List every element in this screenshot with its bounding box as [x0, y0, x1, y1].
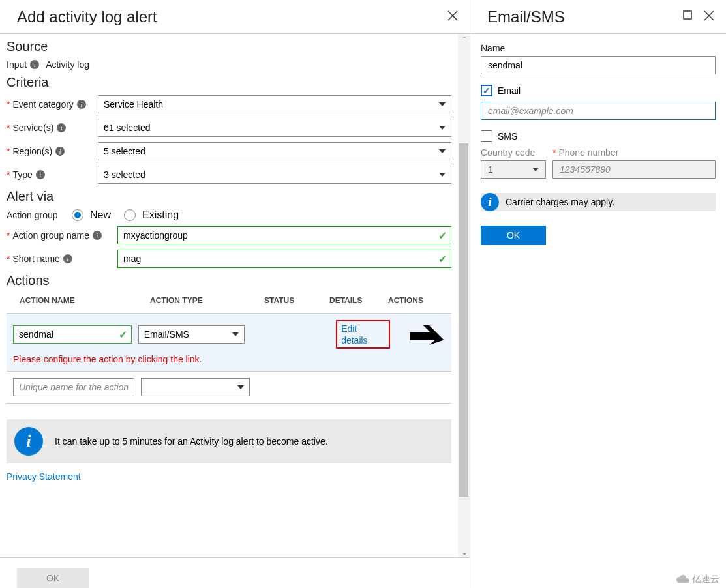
event-category-dropdown[interactable]: Service Health — [98, 95, 451, 113]
right-header: Email/SMS — [470, 0, 726, 34]
edit-details-link[interactable]: Edit details — [341, 323, 367, 345]
name-label: Name — [481, 43, 716, 53]
arrow-icon — [410, 321, 445, 347]
regions-dropdown[interactable]: 5 selected — [98, 142, 451, 160]
left-header: Add activity log alert — [0, 0, 470, 34]
type-dropdown[interactable]: 3 selected — [98, 166, 451, 184]
sms-checkbox[interactable] — [481, 130, 492, 142]
ok-button-disabled[interactable]: OK — [17, 568, 89, 588]
info-icon[interactable]: i — [30, 60, 39, 69]
email-input[interactable] — [481, 102, 716, 120]
watermark: 亿速云 — [676, 574, 719, 585]
info-icon[interactable]: i — [55, 147, 65, 156]
regions-label: Region(s) — [12, 146, 52, 156]
radio-existing[interactable] — [124, 209, 136, 221]
check-icon: ✓ — [438, 229, 447, 242]
country-code-label: Country code — [481, 147, 546, 158]
short-name-label: Short name — [12, 254, 59, 264]
close-icon[interactable] — [704, 10, 714, 23]
radio-existing-label: Existing — [142, 209, 179, 221]
email-label: Email — [498, 85, 521, 96]
svg-rect-3 — [684, 11, 691, 19]
privacy-link[interactable]: Privacy Statement — [7, 471, 451, 482]
phone-input[interactable] — [552, 160, 716, 179]
close-icon[interactable] — [447, 10, 458, 23]
input-label: Input — [7, 59, 27, 70]
check-icon: ✓ — [119, 329, 127, 341]
sms-label: SMS — [498, 131, 517, 141]
left-title: Add activity log alert — [17, 8, 157, 26]
type-label: Type — [12, 169, 32, 180]
criteria-heading: Criteria — [7, 75, 451, 90]
scrollbar[interactable]: ⌃ ⌄ — [458, 34, 470, 557]
info-icon: i — [481, 193, 499, 211]
info-icon[interactable]: i — [63, 254, 72, 263]
short-name-input[interactable] — [118, 250, 438, 267]
email-checkbox[interactable] — [481, 85, 492, 96]
actions-table-header: ACTION NAME ACTION TYPE STATUS DETAILS A… — [7, 292, 451, 314]
add-activity-alert-panel: Add activity log alert ⌃ ⌄ Source Inputi… — [0, 0, 470, 588]
action-row-empty — [7, 372, 451, 404]
services-dropdown[interactable]: 61 selected — [98, 119, 451, 137]
check-icon: ✓ — [438, 253, 447, 265]
info-icon[interactable]: i — [57, 123, 66, 132]
svg-marker-2 — [410, 323, 444, 345]
event-category-label: Event category — [12, 99, 73, 110]
name-input[interactable] — [481, 56, 716, 74]
ok-button[interactable]: OK — [481, 226, 546, 245]
info-text: It can take up to 5 minutes for an Activ… — [55, 436, 328, 447]
source-value: Activity log — [46, 59, 89, 70]
info-icon: i — [14, 427, 43, 456]
info-icon[interactable]: i — [77, 100, 86, 109]
right-title: Email/SMS — [487, 8, 565, 26]
action-name-input[interactable] — [14, 329, 119, 340]
email-sms-panel: Email/SMS Name Email SMS — [470, 0, 726, 588]
country-code-dropdown[interactable]: 1 — [481, 160, 546, 179]
info-icon[interactable]: i — [93, 231, 102, 240]
group-name-input[interactable] — [118, 227, 438, 244]
action-name-input-empty[interactable] — [14, 382, 134, 392]
expand-icon[interactable] — [683, 10, 692, 23]
info-icon[interactable]: i — [36, 170, 45, 179]
info-banner: i It can take up to 5 minutes for an Act… — [7, 419, 451, 463]
radio-new[interactable] — [72, 209, 83, 221]
services-label: Service(s) — [12, 123, 53, 133]
phone-label: Phone number — [558, 147, 618, 158]
alert-via-heading: Alert via — [7, 189, 451, 204]
action-row: ✓ Email/SMS Edit details Please configur… — [7, 314, 451, 372]
group-name-label: Action group name — [12, 230, 89, 241]
source-heading: Source — [7, 39, 451, 54]
action-type-dropdown[interactable]: Email/SMS — [138, 325, 245, 344]
action-error: Please configure the action by clicking … — [13, 354, 445, 364]
actions-heading: Actions — [7, 273, 451, 288]
action-type-dropdown-empty[interactable] — [141, 378, 250, 396]
carrier-banner: i Carrier charges may apply. — [481, 193, 716, 211]
action-group-label: Action group — [7, 210, 58, 220]
carrier-text: Carrier charges may apply. — [506, 197, 614, 207]
radio-new-label: New — [90, 209, 111, 221]
